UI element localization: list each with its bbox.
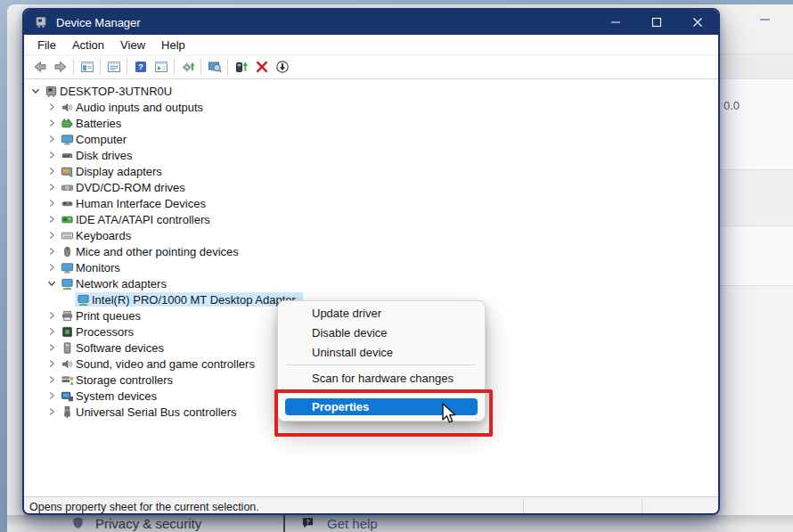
tree-item-content[interactable]: Processors bbox=[59, 324, 134, 339]
tree-item-content[interactable]: Keyboards bbox=[59, 228, 131, 242]
ide-icon bbox=[59, 212, 75, 226]
tree-indent bbox=[24, 396, 45, 397]
chevron-right-icon[interactable] bbox=[45, 324, 59, 339]
back-icon[interactable] bbox=[29, 57, 50, 77]
battery-icon bbox=[59, 116, 75, 130]
sidebar-item-privacy-security[interactable]: Privacy & security bbox=[71, 515, 201, 532]
selected-tree-item[interactable]: Intel(R) PRO/1000 MT Desktop Adapter bbox=[75, 292, 303, 307]
properties-pane-icon[interactable] bbox=[103, 57, 124, 77]
tree-item-content[interactable]: Network adapters bbox=[59, 276, 167, 291]
tree-item-label: System devices bbox=[76, 389, 157, 403]
tree-item-content[interactable]: Storage controllers bbox=[59, 372, 173, 387]
tree-item-content[interactable]: Mice and other pointing devices bbox=[59, 244, 239, 258]
chevron-right-icon[interactable] bbox=[45, 389, 59, 403]
chevron-right-icon[interactable] bbox=[45, 132, 59, 146]
tree-item-network-adapters[interactable]: Network adapters bbox=[24, 275, 718, 291]
disable-device-icon[interactable] bbox=[272, 57, 292, 77]
settings-card bbox=[718, 53, 793, 79]
tree-item-monitors[interactable]: Monitors bbox=[24, 259, 718, 275]
tree-item-content[interactable]: Monitors bbox=[59, 260, 120, 274]
menu-view[interactable]: View bbox=[112, 35, 153, 54]
context-menu-item-disable-device[interactable]: Disable device bbox=[278, 323, 485, 342]
show-console-tree-icon[interactable] bbox=[77, 57, 97, 77]
tree-item-label: Monitors bbox=[76, 261, 120, 274]
menu-file[interactable]: File bbox=[29, 35, 64, 54]
tree-item-disk-drives[interactable]: Disk drives bbox=[24, 147, 718, 163]
tree-item-mice-and-other-pointing-devices[interactable]: Mice and other pointing devices bbox=[24, 243, 718, 259]
menu-action[interactable]: Action bbox=[64, 35, 112, 54]
tree-item-content[interactable]: Audio inputs and outputs bbox=[59, 100, 203, 114]
update-driver-icon[interactable] bbox=[231, 57, 251, 77]
forward-icon[interactable] bbox=[50, 57, 70, 77]
tree-item-content[interactable]: Human Interface Devices bbox=[59, 196, 206, 210]
tree-item-content[interactable]: Disk drives bbox=[59, 148, 133, 162]
tree-item-label: Human Interface Devices bbox=[76, 197, 206, 210]
chevron-right-icon[interactable] bbox=[45, 164, 59, 178]
export-list-icon[interactable] bbox=[151, 57, 171, 77]
chevron-right-icon[interactable] bbox=[45, 148, 59, 162]
tree-item-content[interactable]: System devices bbox=[59, 389, 157, 403]
chevron-down-icon[interactable] bbox=[45, 276, 59, 291]
tree-item-content[interactable]: Display adapters bbox=[59, 164, 162, 178]
uninstall-device-icon[interactable] bbox=[251, 57, 272, 77]
tree-item-content[interactable]: Batteries bbox=[59, 116, 121, 130]
tree-item-display-adapters[interactable]: Display adapters bbox=[24, 163, 718, 179]
tree-item-content[interactable]: Sound, video and game controllers bbox=[59, 356, 255, 371]
tree-item-content[interactable]: IDE ATA/ATAPI controllers bbox=[59, 212, 210, 226]
chevron-right-icon[interactable] bbox=[45, 100, 59, 114]
tree-item-desktop-3utnr0u[interactable]: DESKTOP-3UTNR0U bbox=[24, 83, 718, 99]
help-icon[interactable]: ? bbox=[130, 57, 151, 77]
chevron-right-icon[interactable] bbox=[45, 244, 59, 258]
tree-item-audio-inputs-and-outputs[interactable]: Audio inputs and outputs bbox=[24, 99, 718, 115]
chevron-right-icon[interactable] bbox=[45, 212, 59, 226]
chevron-right-icon[interactable] bbox=[45, 356, 59, 371]
chevron-right-icon[interactable] bbox=[45, 405, 59, 419]
close-button[interactable] bbox=[677, 10, 718, 35]
chevron-right-icon[interactable] bbox=[45, 180, 59, 194]
chevron-right-icon[interactable] bbox=[45, 228, 59, 242]
tree-item-content[interactable]: Universal Serial Bus controllers bbox=[59, 405, 237, 419]
chevron-down-icon[interactable] bbox=[29, 84, 43, 98]
tree-item-label: Disk drives bbox=[76, 149, 133, 162]
tree-item-human-interface-devices[interactable]: Human Interface Devices bbox=[24, 195, 718, 211]
menu-help[interactable]: Help bbox=[153, 35, 193, 54]
tree-indent bbox=[24, 235, 45, 236]
tree-item-ide-ata-atapi-controllers[interactable]: IDE ATA/ATAPI controllers bbox=[24, 211, 718, 227]
tree-item-label: Storage controllers bbox=[76, 373, 173, 387]
tree-item-content[interactable]: Print queues bbox=[59, 308, 141, 323]
minimize-button[interactable] bbox=[595, 10, 636, 35]
toolbar-separator bbox=[100, 59, 101, 75]
chevron-right-icon[interactable] bbox=[45, 116, 59, 130]
chevron-right-icon[interactable] bbox=[45, 308, 59, 323]
sidebar-item-label: Privacy & security bbox=[95, 516, 201, 531]
settings-bottom-row: Privacy & security ? Get help bbox=[7, 515, 793, 532]
chevron-right-icon[interactable] bbox=[45, 340, 59, 355]
computer-icon bbox=[43, 84, 59, 98]
tree-item-content[interactable]: Computer bbox=[59, 132, 127, 146]
settings-minimize-icon[interactable] bbox=[760, 19, 770, 20]
maximize-button[interactable] bbox=[636, 10, 677, 35]
update-driver-software-icon[interactable] bbox=[177, 57, 198, 77]
chevron-right-icon[interactable] bbox=[45, 260, 59, 274]
tree-indent bbox=[24, 315, 45, 316]
chevron-right-icon[interactable] bbox=[45, 196, 59, 210]
tree-item-batteries[interactable]: Batteries bbox=[24, 115, 718, 131]
chevron-right-icon[interactable] bbox=[45, 372, 59, 387]
context-menu-item-update-driver[interactable]: Update driver bbox=[278, 303, 485, 323]
get-help-link[interactable]: ? Get help bbox=[301, 515, 378, 532]
context-menu-item-uninstall-device[interactable]: Uninstall device bbox=[278, 342, 485, 362]
settings-metric-text: 0.0 bbox=[724, 99, 740, 112]
context-menu-item-scan-for-hardware-changes[interactable]: Scan for hardware changes bbox=[278, 368, 485, 388]
tree-item-keyboards[interactable]: Keyboards bbox=[24, 227, 718, 243]
tree-item-dvd-cd-rom-drives[interactable]: DVD/CD-ROM drives bbox=[24, 179, 718, 195]
tree-item-content[interactable]: Software devices bbox=[59, 340, 164, 355]
title-bar: Device Manager bbox=[24, 10, 718, 35]
tree-item-computer[interactable]: Computer bbox=[24, 131, 718, 147]
tree-item-content[interactable]: DVD/CD-ROM drives bbox=[59, 180, 185, 194]
get-help-label: Get help bbox=[327, 516, 378, 531]
disk-icon bbox=[59, 148, 75, 162]
tree-indent bbox=[24, 380, 45, 381]
tree-item-content[interactable]: DESKTOP-3UTNR0U bbox=[43, 84, 172, 98]
scan-hardware-icon[interactable] bbox=[204, 57, 225, 77]
tree-item-label: DESKTOP-3UTNR0U bbox=[60, 85, 172, 98]
